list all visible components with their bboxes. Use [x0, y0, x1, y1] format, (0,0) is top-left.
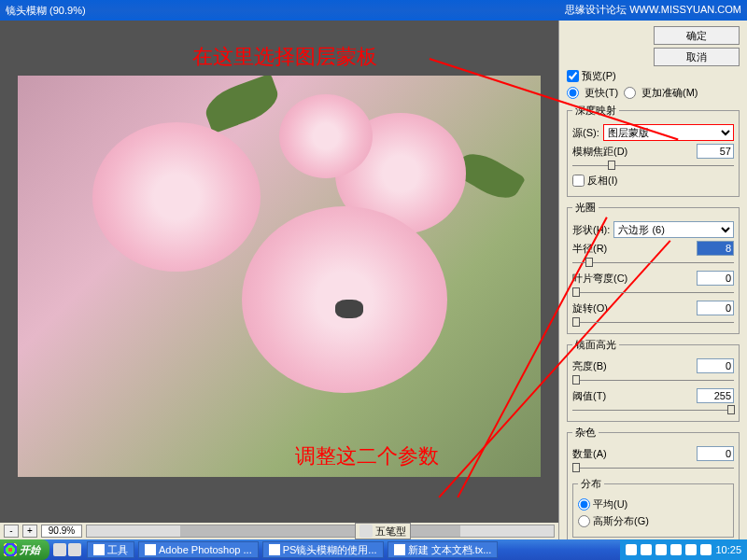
annotation-top: 在这里选择图层蒙板: [192, 43, 377, 71]
preview-checkbox[interactable]: [567, 70, 579, 82]
iris-legend: 光圈: [572, 201, 599, 215]
start-label: 开始: [20, 543, 40, 557]
flower-shape: [279, 94, 373, 178]
app-icon: [145, 544, 156, 555]
taskbar-item[interactable]: 工具: [87, 541, 134, 558]
ok-button[interactable]: 确定: [654, 26, 740, 45]
brightness-label: 亮度(B): [572, 359, 607, 373]
tray-icon[interactable]: [655, 544, 667, 555]
gaussian-radio[interactable]: [578, 515, 590, 527]
specular-group: 镜面高光 亮度(B) 阈值(T): [567, 338, 740, 422]
ime-label: 五笔型: [375, 525, 406, 539]
radius-input[interactable]: [697, 241, 734, 256]
quick-launch-icon[interactable]: [68, 543, 81, 556]
threshold-input[interactable]: [697, 388, 734, 403]
flower-shape: [92, 122, 261, 272]
quick-launch: [49, 543, 85, 556]
taskbar-item[interactable]: Adobe Photoshop ...: [138, 541, 259, 558]
amount-slider[interactable]: [572, 464, 734, 473]
dialog-content: 在这里选择图层蒙板 调整这二个参数 - + 90.9% 确定 取消 预览(P) …: [0, 21, 747, 539]
curvature-input[interactable]: [697, 271, 734, 286]
amount-input[interactable]: [697, 446, 734, 461]
accurate-label: 更加准确(M): [641, 86, 698, 100]
radius-slider[interactable]: [572, 259, 734, 268]
focal-input[interactable]: [697, 144, 734, 159]
faster-label: 更快(T): [585, 86, 618, 100]
taskbar-item-label: 工具: [107, 543, 128, 557]
windows-icon: [4, 543, 17, 556]
cancel-button[interactable]: 取消: [654, 48, 740, 66]
uniform-radio[interactable]: [578, 498, 590, 511]
shape-select[interactable]: 六边形 (6): [613, 221, 734, 238]
faster-radio[interactable]: [567, 87, 579, 99]
tray-icon[interactable]: [685, 544, 697, 555]
quick-launch-icon[interactable]: [53, 543, 66, 556]
source-select[interactable]: 图层蒙版: [603, 124, 734, 141]
shape-label: 形状(H):: [572, 223, 610, 237]
taskbar-item-label: Adobe Photoshop ...: [159, 544, 252, 555]
tray-icon[interactable]: [700, 544, 712, 555]
app-icon: [269, 544, 280, 555]
noise-group: 杂色 数量(A) 分布 平均(U) 高斯分布(G) 单色(M): [567, 426, 740, 539]
invert-label: 反相(I): [587, 174, 617, 188]
tray-icon[interactable]: [641, 544, 652, 555]
taskbar-item-label: 新建 文本文档.tx...: [408, 543, 492, 557]
threshold-label: 阈值(T): [572, 389, 606, 403]
dialog-titlebar: 镜头模糊 (90.9%) 思缘设计论坛 WWW.MISSYUAN.COM: [0, 0, 747, 21]
ime-icon[interactable]: [359, 525, 373, 538]
brightness-input[interactable]: [697, 358, 734, 373]
tray-icon[interactable]: [626, 544, 637, 555]
iris-group: 光圈 形状(H): 六边形 (6) 半径(R) 叶片弯度(C) 旋转(O): [567, 201, 740, 334]
rotation-input[interactable]: [697, 301, 734, 315]
curvature-label: 叶片弯度(C): [572, 272, 627, 286]
preview-pane: 在这里选择图层蒙板 调整这二个参数 - + 90.9%: [0, 21, 558, 539]
preview-statusbar: - + 90.9%: [0, 523, 558, 539]
rotation-slider[interactable]: [572, 318, 734, 328]
language-bar[interactable]: 五笔型: [355, 523, 411, 539]
app-icon: [394, 544, 405, 555]
gaussian-label: 高斯分布(G): [593, 514, 649, 528]
clock[interactable]: 10:25: [715, 544, 741, 555]
leaf-shape: [201, 76, 284, 133]
horizontal-scrollbar[interactable]: [86, 525, 555, 538]
preview-canvas: 在这里选择图层蒙板 调整这二个参数: [0, 21, 558, 523]
curvature-slider[interactable]: [572, 288, 734, 298]
dialog-title: 镜头模糊 (90.9%): [6, 4, 86, 18]
uniform-label: 平均(U): [593, 497, 627, 511]
brightness-slider[interactable]: [572, 376, 734, 385]
taskbar-item-label: PS镜头模糊的使用...: [283, 543, 377, 557]
watermark-text: 思缘设计论坛 WWW.MISSYUAN.COM: [565, 3, 741, 17]
app-icon: [93, 544, 105, 555]
depthmap-group: 深度映射 源(S): 图层蒙版 模糊焦距(D) 反相(I): [567, 104, 740, 197]
zoom-out-button[interactable]: -: [4, 525, 19, 538]
preview-image: [18, 76, 541, 477]
settings-panel: 确定 取消 预览(P) 更快(T) 更加准确(M) 深度映射 源(S): 图层蒙…: [558, 21, 747, 539]
tray-icon[interactable]: [670, 544, 682, 555]
threshold-slider[interactable]: [572, 406, 734, 415]
focal-slider[interactable]: [572, 161, 734, 171]
distribution-group: 分布 平均(U) 高斯分布(G): [572, 477, 734, 538]
amount-label: 数量(A): [572, 447, 607, 461]
scrollbar-thumb[interactable]: [180, 525, 460, 537]
taskbar-item[interactable]: PS镜头模糊的使用...: [262, 541, 384, 558]
system-tray: 10:25: [620, 539, 747, 560]
invert-checkbox[interactable]: [572, 175, 585, 187]
taskbar-item[interactable]: 新建 文本文档.tx...: [388, 541, 499, 558]
zoom-value[interactable]: 90.9%: [41, 525, 82, 538]
distribution-legend: 分布: [578, 477, 604, 491]
zoom-in-button[interactable]: +: [22, 525, 37, 538]
source-label: 源(S):: [572, 126, 599, 140]
noise-legend: 杂色: [572, 426, 599, 440]
focal-label: 模糊焦距(D): [572, 145, 627, 159]
preview-checkbox-label: 预览(P): [582, 69, 616, 83]
taskbar: 开始 工具 Adobe Photoshop ... PS镜头模糊的使用... 新…: [0, 539, 747, 560]
accurate-radio[interactable]: [624, 87, 636, 99]
bee-shape: [335, 300, 363, 318]
start-button[interactable]: 开始: [0, 539, 49, 560]
